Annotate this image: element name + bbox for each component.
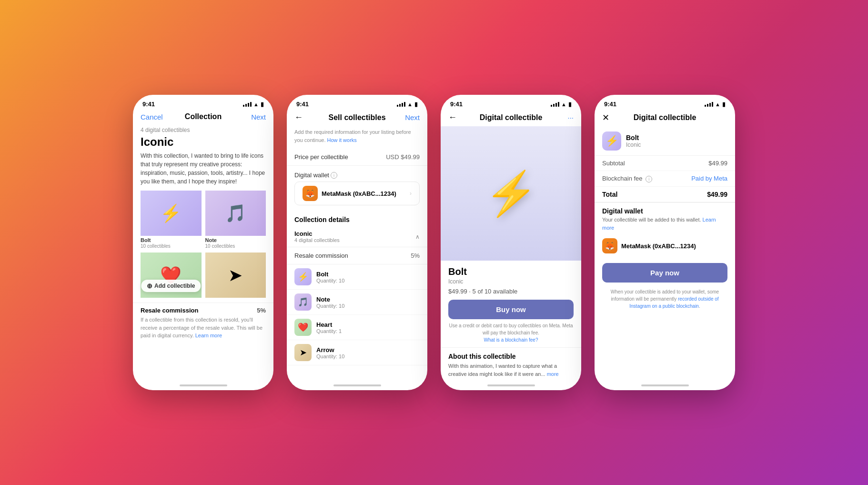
back-button-3[interactable]: ←: [448, 112, 472, 122]
page-title-1: Collection: [185, 112, 222, 121]
collectible-item-bolt[interactable]: ⚡ Bolt 10 collectibles: [141, 191, 202, 249]
collectible-item-note[interactable]: 🎵 Note 10 collectibles: [205, 191, 266, 249]
collectible-collection-name: Iconic: [448, 278, 574, 285]
pay-now-button[interactable]: Pay now: [602, 263, 727, 283]
note-info: Note Quantity: 10: [316, 296, 344, 309]
status-bar-2: 9:41 ▲ ▮: [287, 95, 427, 111]
subtitle-1: 4 digital collectibles: [133, 125, 273, 134]
status-time-3: 9:41: [450, 101, 463, 108]
wifi-icon-3: ▲: [561, 101, 566, 107]
collection-description: With this collection, I wanted to bring …: [133, 152, 273, 191]
bolt-count: 10 collectibles: [141, 243, 202, 249]
phone-2-content: Add the required information for your li…: [287, 126, 427, 381]
battery-icon-4: ▮: [722, 101, 726, 108]
blockchain-fee-row: Blockchain fee i Paid by Meta: [595, 171, 735, 187]
list-item-bolt[interactable]: ⚡ Bolt Quantity: 10: [287, 264, 427, 290]
phone-1-content: 4 digital collectibles Iconic With this …: [133, 125, 273, 381]
list-item-note[interactable]: 🎵 Note Quantity: 10: [287, 290, 427, 315]
home-bar-2: [333, 384, 381, 386]
buy-now-button[interactable]: Buy now: [448, 300, 574, 319]
wallet-label: Digital wallet: [294, 172, 329, 179]
list-item-arrow[interactable]: ➤ Arrow Quantity: 10: [287, 340, 427, 365]
note-count: 10 collectibles: [205, 243, 266, 249]
about-text: With this animation, I wanted to capture…: [448, 362, 574, 378]
wallet-section-4: Digital wallet Your collectible will be …: [595, 202, 735, 259]
bolt-thumb: ⚡: [294, 268, 312, 285]
arrow-name: Arrow: [316, 346, 344, 354]
home-indicator-2: [287, 381, 427, 390]
add-collectible-button[interactable]: ⊕ Add collectible: [141, 280, 201, 292]
more-link[interactable]: more: [547, 371, 559, 377]
battery-icon-2: ▮: [414, 101, 418, 108]
phone-3: 9:41 ▲ ▮ ← Digital collectible ··· ⚡ Bol…: [441, 95, 581, 390]
status-icons-2: ▲ ▮: [397, 101, 418, 108]
wifi-icon-4: ▲: [715, 101, 720, 107]
phone-3-content: ⚡ Bolt Iconic $49.99 · 5 of 10 available…: [441, 126, 581, 381]
collectible-info-section: Bolt Iconic $49.99 · 5 of 10 available B…: [441, 261, 581, 347]
status-bar-3: 9:41 ▲ ▮: [441, 95, 581, 111]
wallet-name-4: MetaMask (0xABC...1234): [621, 242, 696, 250]
home-indicator-3: [441, 381, 581, 390]
wallet-name-2: MetaMask (0xABC...1234): [322, 190, 396, 197]
collection-title: Iconic: [133, 134, 273, 152]
how-it-works-link[interactable]: How it works: [327, 137, 357, 143]
collection-details-header: Collection details: [287, 210, 427, 226]
about-title: About this collectible: [448, 353, 574, 360]
info-text-2: Add the required information for your li…: [287, 126, 427, 149]
resale-label-2: Resale commission: [294, 252, 348, 259]
blockchain-fee-link[interactable]: What is a blockchain fee?: [484, 337, 538, 343]
next-button-1[interactable]: Next: [242, 113, 266, 121]
status-icons-4: ▲ ▮: [705, 101, 726, 108]
subtotal-value: $49.99: [708, 160, 727, 167]
next-button-2[interactable]: Next: [396, 113, 420, 121]
collectible-name-big: Bolt: [448, 266, 574, 277]
buy-info-text: Use a credit or debit card to buy collec…: [448, 322, 574, 344]
resale-description: If a collectible from this collection is…: [133, 316, 273, 340]
collection-info: Iconic 4 digital collectibles: [294, 230, 340, 243]
collection-sub-2: 4 digital collectibles: [294, 237, 340, 243]
product-name: Bolt: [626, 134, 641, 141]
heart-qty: Quantity: 1: [316, 328, 342, 334]
info-icon-blockchain: i: [646, 176, 652, 182]
status-time-2: 9:41: [296, 101, 309, 108]
subtotal-label: Subtotal: [602, 160, 625, 167]
note-name: Note: [316, 296, 344, 303]
status-bar-1: 9:41 ▲ ▮: [133, 95, 273, 111]
resale-value-1: 5%: [257, 307, 266, 314]
arrow-thumb: ➤: [294, 344, 312, 361]
collection-header-2[interactable]: Iconic 4 digital collectibles ∧: [287, 226, 427, 247]
phone-1: 9:41 ▲ ▮ Cancel Collection Next 4 digita…: [133, 95, 273, 390]
battery-icon-1: ▮: [261, 101, 264, 108]
status-time-4: 9:41: [604, 101, 616, 108]
more-menu-button[interactable]: ···: [550, 113, 574, 121]
home-indicator-4: [595, 381, 735, 390]
phone-4-content: ⚡ Bolt Iconic Subtotal $49.99 Blockchain…: [595, 127, 735, 381]
phone-2: 9:41 ▲ ▮ ← Sell collectibles Next Add th…: [287, 95, 427, 390]
close-button[interactable]: ✕: [602, 112, 626, 123]
cancel-button[interactable]: Cancel: [141, 113, 164, 121]
collectible-item-heart[interactable]: ❤️ ⊕ Add collectible: [141, 253, 202, 298]
wallet-row-2[interactable]: 🦊 MetaMask (0xABC...1234) ›: [294, 182, 420, 205]
wallet-left-2: 🦊 MetaMask (0xABC...1234): [303, 186, 396, 201]
home-bar-1: [180, 384, 227, 386]
page-title-4: Digital collectible: [634, 113, 696, 122]
back-button-2[interactable]: ←: [294, 112, 318, 122]
learn-more-link-1[interactable]: Learn more: [195, 333, 222, 338]
phones-container: 9:41 ▲ ▮ Cancel Collection Next 4 digita…: [133, 95, 735, 390]
nav-bar-4: ✕ Digital collectible: [595, 111, 735, 127]
heart-thumb: ❤️: [294, 319, 312, 336]
price-row: Price per collectible USD $49.99: [287, 149, 427, 166]
collectibles-grid: ⚡ Bolt 10 collectibles 🎵 Note 10 collect…: [133, 191, 273, 303]
price-label: Price per collectible: [294, 153, 348, 161]
resale-row-1: Resale commission 5%: [133, 303, 273, 316]
blockchain-label: Blockchain fee i: [602, 175, 652, 182]
subtotal-row: Subtotal $49.99: [595, 156, 735, 171]
collectible-item-arrow[interactable]: ➤: [205, 253, 266, 298]
resale-row-2: Resale commission 5%: [287, 247, 427, 264]
list-item-heart[interactable]: ❤️ Heart Quantity: 1: [287, 315, 427, 340]
nav-bar-3: ← Digital collectible ···: [441, 111, 581, 126]
note-qty: Quantity: 10: [316, 303, 344, 309]
resale-label-1: Resale commission: [141, 307, 198, 314]
product-collection: Iconic: [626, 141, 641, 148]
product-row: ⚡ Bolt Iconic: [595, 127, 735, 156]
